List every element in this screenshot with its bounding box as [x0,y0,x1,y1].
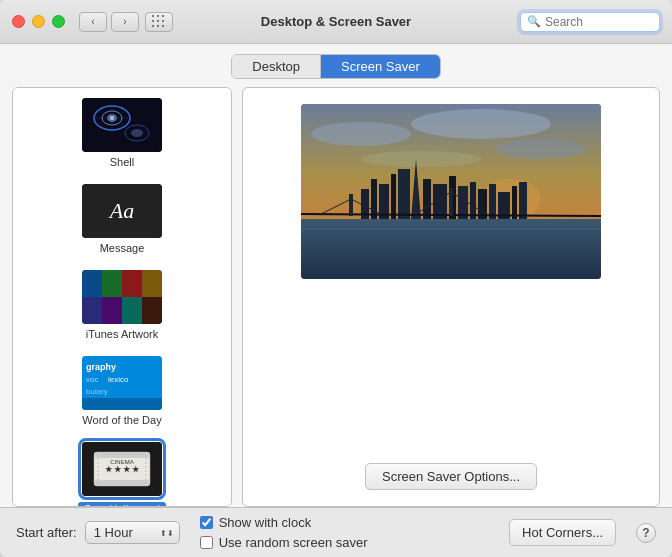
main-window: ‹ › Desktop & Screen Saver 🔍 Desktop Scr… [0,0,672,557]
itunes-label: iTunes Artwork [86,328,158,340]
message-label: Message [100,242,145,254]
back-button[interactable]: ‹ [79,12,107,32]
minimize-button[interactable] [32,15,45,28]
word-label: Word of the Day [82,414,161,426]
close-button[interactable] [12,15,25,28]
svg-rect-50 [519,182,527,219]
svg-text:voc: voc [86,375,98,384]
help-button[interactable]: ? [636,523,656,543]
list-item-itunes[interactable]: iTunes Artwork [13,260,231,346]
main-content: Shell Aa Message [0,87,672,507]
svg-rect-49 [512,186,517,219]
bottom-bar: Start after: 1 Minute 2 Minutes 5 Minute… [0,507,672,557]
shell-label: Shell [110,156,134,168]
svg-point-29 [361,151,481,167]
start-after-dropdown-wrapper: 1 Minute 2 Minutes 5 Minutes 10 Minutes … [85,521,180,544]
svg-rect-20 [94,480,150,486]
svg-text:★ ★ ★ ★: ★ ★ ★ ★ [105,465,141,474]
savehollywood-thumbnail: ★ ★ ★ ★ CINEMA [82,442,162,496]
list-item-savehollywood[interactable]: ★ ★ ★ ★ CINEMA SaveHollywood [13,432,231,507]
tab-bar: Desktop Screen Saver [0,44,672,87]
start-after-group: Start after: 1 Minute 2 Minutes 5 Minute… [16,521,180,544]
list-item-message[interactable]: Aa Message [13,174,231,260]
svg-point-26 [311,122,411,146]
svg-rect-47 [489,184,496,219]
show-with-clock-row: Show with clock [200,515,489,530]
svg-text:graphy: graphy [86,362,116,372]
word-thumb-image: graphy voc lexico bulary [82,356,162,410]
checkboxes-group: Show with clock Use random screen saver [200,515,489,550]
svg-rect-57 [449,188,453,216]
message-thumb-image: Aa [82,184,162,238]
maximize-button[interactable] [52,15,65,28]
preview-image [301,104,601,279]
itunes-thumbnail [82,270,162,324]
screen-saver-options-button[interactable]: Screen Saver Options... [365,463,537,490]
svg-rect-41 [423,179,431,219]
nav-buttons: ‹ › [79,12,139,32]
message-thumbnail: Aa [82,184,162,238]
tab-desktop[interactable]: Desktop [232,55,321,78]
svg-point-8 [131,129,143,137]
svg-rect-38 [391,174,396,219]
search-icon: 🔍 [527,15,541,28]
grid-dots-icon [152,15,166,29]
svg-text:CINEMA: CINEMA [110,459,133,465]
svg-rect-19 [94,452,150,458]
list-item-word-of-day[interactable]: graphy voc lexico bulary Word of the Day [13,346,231,432]
svg-rect-45 [470,182,476,219]
use-random-row: Use random screen saver [200,535,489,550]
list-item-shell[interactable]: Shell [13,88,231,174]
use-random-label[interactable]: Use random screen saver [219,535,368,550]
forward-button[interactable]: › [111,12,139,32]
screensaver-list[interactable]: Shell Aa Message [12,87,232,507]
show-with-clock-checkbox[interactable] [200,516,213,529]
savehollywood-thumb-image: ★ ★ ★ ★ CINEMA [82,442,162,496]
preview-panel: Screen Saver Options... [242,87,660,507]
svg-point-28 [496,139,586,159]
app-grid-button[interactable] [145,12,173,32]
svg-rect-44 [458,186,468,219]
start-after-select[interactable]: 1 Minute 2 Minutes 5 Minutes 10 Minutes … [85,521,180,544]
svg-text:Aa: Aa [108,198,134,223]
use-random-checkbox[interactable] [200,536,213,549]
svg-rect-39 [398,169,410,219]
svg-rect-36 [371,179,377,219]
svg-rect-54 [349,194,353,216]
search-box[interactable]: 🔍 [520,12,660,32]
shell-thumbnail [82,98,162,152]
titlebar: ‹ › Desktop & Screen Saver 🔍 [0,0,672,44]
show-with-clock-label[interactable]: Show with clock [219,515,311,530]
svg-text:lexico: lexico [108,375,129,384]
svg-point-27 [411,109,551,139]
word-thumbnail: graphy voc lexico bulary [82,356,162,410]
tab-group: Desktop Screen Saver [231,54,440,79]
window-title: Desktop & Screen Saver [261,14,411,29]
start-after-label: Start after: [16,525,77,540]
traffic-lights [12,15,65,28]
svg-text:bulary: bulary [86,387,108,396]
shell-thumb-image [82,98,162,152]
svg-rect-0 [82,98,162,152]
tab-screen-saver[interactable]: Screen Saver [321,55,440,78]
svg-rect-31 [301,219,601,279]
search-input[interactable] [545,15,653,29]
itunes-thumb-image [82,270,162,324]
svg-rect-16 [82,398,162,410]
hot-corners-button[interactable]: Hot Corners... [509,519,616,546]
